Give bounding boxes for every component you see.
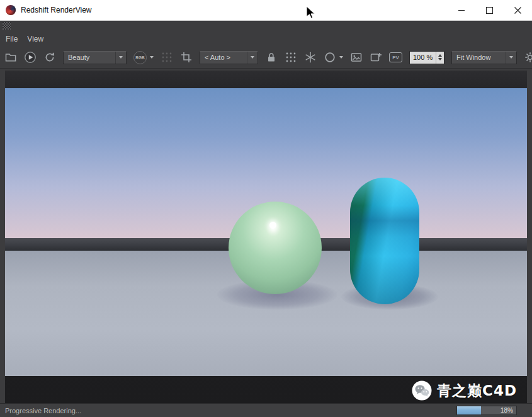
ring-options-icon[interactable] bbox=[324, 51, 336, 64]
aov-dropdown[interactable]: Beauty bbox=[63, 51, 127, 64]
menu-view[interactable]: View bbox=[27, 35, 43, 43]
zoom-spinbox[interactable]: 100 % bbox=[409, 51, 444, 64]
maximize-icon bbox=[486, 7, 493, 14]
picture-viewer-icon[interactable]: PV bbox=[389, 52, 402, 62]
chevron-down-icon bbox=[119, 56, 123, 59]
render-canvas[interactable] bbox=[5, 88, 527, 376]
palette-grip-handle[interactable] bbox=[3, 22, 11, 30]
titlebar[interactable]: Redshift RenderView bbox=[0, 0, 532, 21]
watermark-text: 青之巅C4D bbox=[437, 381, 517, 401]
aov-dropdown-value: Beauty bbox=[68, 54, 89, 61]
chevron-down-icon bbox=[339, 56, 343, 59]
snowflake-icon[interactable] bbox=[304, 51, 317, 64]
window-controls bbox=[447, 0, 532, 20]
copy-image-icon[interactable] bbox=[350, 51, 363, 64]
progress-fill bbox=[457, 406, 481, 414]
zoom-decrement-icon[interactable] bbox=[438, 58, 442, 60]
progress-bar: 18% bbox=[456, 406, 517, 415]
wechat-icon bbox=[412, 380, 432, 401]
watermark: 青之巅C4D bbox=[412, 380, 517, 401]
zoom-value: 100 % bbox=[410, 54, 436, 61]
zoom-increment-icon[interactable] bbox=[438, 54, 442, 57]
redshift-logo-icon bbox=[6, 5, 16, 15]
display-mode-caret-button[interactable] bbox=[150, 51, 154, 64]
start-render-button[interactable] bbox=[24, 51, 37, 64]
ring-options-caret-button[interactable] bbox=[339, 51, 343, 64]
grid-icon[interactable] bbox=[285, 51, 297, 64]
statusbar: Progressive Rendering... 18% bbox=[0, 403, 532, 417]
sphere-specular-highlight bbox=[269, 222, 276, 229]
settings-gear-icon[interactable] bbox=[524, 51, 532, 64]
toolbar: Beauty RGB < Auto > bbox=[0, 47, 532, 69]
bucket-grid-icon[interactable] bbox=[161, 51, 173, 64]
restart-render-icon[interactable] bbox=[43, 51, 56, 64]
snapshot-compare-dropdown[interactable]: < Auto > bbox=[200, 51, 258, 64]
render-viewport[interactable]: 青之巅C4D bbox=[5, 71, 527, 404]
render-capsule bbox=[350, 178, 419, 304]
chevron-down-icon bbox=[509, 56, 513, 59]
region-crop-icon[interactable] bbox=[180, 51, 193, 64]
maximize-button[interactable] bbox=[475, 0, 504, 20]
close-button[interactable] bbox=[504, 0, 532, 20]
menubar: File View bbox=[0, 33, 532, 45]
save-snapshot-icon[interactable] bbox=[4, 51, 17, 64]
window-title: Redshift RenderView bbox=[21, 6, 92, 14]
chevron-down-icon bbox=[150, 56, 154, 59]
minimize-button[interactable] bbox=[447, 0, 475, 20]
chevron-down-icon bbox=[251, 56, 254, 59]
status-text: Progressive Rendering... bbox=[5, 407, 81, 414]
lock-icon[interactable] bbox=[265, 51, 278, 64]
fit-window-value: Fit Window bbox=[456, 54, 490, 61]
minimize-icon bbox=[458, 10, 465, 11]
snapshot-compare-value: < Auto > bbox=[205, 54, 230, 61]
display-mode-rgb-button[interactable]: RGB bbox=[133, 51, 147, 64]
app-area: File View Beauty RGB < Auto > bbox=[0, 20, 532, 417]
render-sphere bbox=[229, 202, 322, 294]
menu-file[interactable]: File bbox=[6, 35, 18, 43]
fit-window-dropdown[interactable]: Fit Window bbox=[451, 51, 517, 64]
progress-label: 18% bbox=[501, 406, 513, 414]
add-image-icon[interactable] bbox=[370, 51, 382, 64]
close-icon bbox=[514, 7, 521, 14]
